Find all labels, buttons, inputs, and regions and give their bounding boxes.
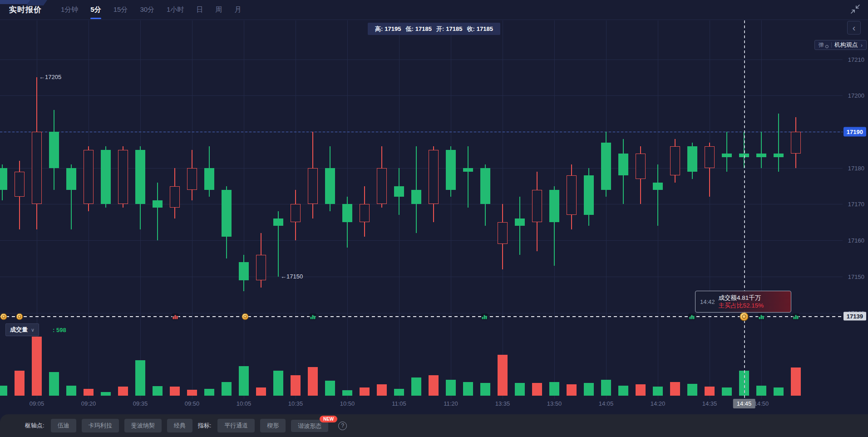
time-axis-label: 09:05	[30, 400, 44, 407]
institution-view-badge[interactable]: 弹 机构观点 ›	[814, 40, 867, 50]
insight-tag: 弹	[819, 41, 824, 49]
low-marker-axis-badge: 17139	[843, 312, 866, 321]
price-axis-label: 17150	[848, 273, 864, 280]
ohlc-summary-bar: 高: 17195 低: 17185 开: 17185 收: 17185	[368, 23, 500, 35]
chart-area[interactable]: ←17205←17150 172101720017190171801717017…	[0, 0, 868, 437]
timeframe-tab[interactable]: 1分钟	[61, 4, 78, 16]
chevron-left-icon: ‹	[853, 23, 856, 33]
high-value: 17195	[385, 25, 401, 32]
timeframe-tab[interactable]: 1小时	[167, 4, 184, 16]
volume-value: : 598	[53, 327, 66, 333]
volume-indicator-dropdown[interactable]: 成交量 ∨	[5, 323, 39, 336]
tooltip-body: 成交额4.81千万 主买占比52.15%	[719, 294, 764, 309]
time-axis-label: 10:35	[288, 400, 303, 407]
time-axis-label: 14:05	[599, 400, 614, 407]
page-title: 实时报价	[9, 5, 42, 15]
open-label: 开:	[436, 25, 444, 33]
price-axis-label: 17170	[848, 201, 864, 208]
chevron-right-icon: ›	[861, 42, 863, 49]
chevron-down-icon: ∨	[31, 327, 35, 333]
time-axis-label: 14:50	[754, 400, 769, 407]
time-axis-label: 11:20	[444, 400, 458, 407]
time-axis-label: 09:50	[185, 400, 200, 407]
indicator-button-parallel-channel[interactable]: 平行通道	[217, 419, 255, 432]
pivot-button-camarilla[interactable]: 卡玛利拉	[82, 419, 119, 432]
axis-layer: 1721017200171901718017170171601715017140…	[0, 0, 868, 437]
close-label: 收:	[467, 25, 475, 33]
bottom-toolbar: 枢轴点: 伍迪 卡玛利拉 斐波纳契 经典 指标: 平行通道 楔形 谐波形态 NE…	[0, 414, 868, 437]
help-icon[interactable]: ?	[338, 422, 347, 430]
high-label: 高:	[375, 25, 383, 33]
panel-collapse-button[interactable]: ‹	[847, 21, 861, 35]
pivot-button-woodie[interactable]: 伍迪	[51, 419, 76, 432]
timeframe-tab[interactable]: 15分	[113, 4, 128, 16]
indicator-button-harmonic-wrap: 谐波形态 NEW	[291, 422, 328, 430]
collapse-fullscreen-button[interactable]	[850, 4, 861, 15]
chart-header: 实时报价 1分钟5分15分30分1小时日周月	[0, 0, 868, 20]
time-axis-label: 10:50	[340, 400, 355, 407]
time-axis-label: 13:35	[495, 400, 510, 407]
volume-tooltip: 14:42 成交额4.81千万 主买占比52.15%	[695, 291, 791, 313]
time-axis-label: 09:20	[81, 400, 96, 407]
price-axis-label: 17180	[848, 164, 864, 171]
volume-indicator-label: 成交量	[10, 326, 28, 334]
pivot-section-label: 枢轴点:	[25, 422, 44, 430]
indicator-button-wedge[interactable]: 楔形	[260, 419, 286, 432]
price-axis-label: 17200	[848, 92, 864, 99]
time-axis-label: 13:50	[547, 400, 562, 407]
insight-label: 机构观点	[834, 41, 858, 49]
open-value: 17185	[446, 25, 462, 32]
tooltip-turnover: 成交额4.81千万	[719, 294, 764, 302]
price-axis-label: 17210	[848, 56, 864, 63]
collapse-arrows-icon	[850, 4, 861, 15]
timeframe-tab[interactable]: 周	[215, 4, 222, 16]
pivot-button-fibonacci[interactable]: 斐波纳契	[124, 419, 162, 432]
time-axis-label: 14:20	[651, 400, 666, 407]
low-value: 17185	[415, 25, 432, 32]
timeframe-tab[interactable]: 月	[234, 4, 241, 16]
volume-pane-header: 成交量 ∨ : 598	[5, 323, 66, 336]
price-axis-label: 17160	[848, 237, 864, 244]
timeframe-tabs: 1分钟5分15分30分1小时日周月	[61, 4, 241, 16]
time-axis-label: 11:05	[392, 400, 406, 407]
timeframe-tab[interactable]: 5分	[90, 4, 101, 16]
ring-icon	[825, 45, 829, 48]
tooltip-buy-ratio: 主买占比52.15%	[719, 302, 764, 309]
time-axis-label: 14:35	[702, 400, 717, 407]
crosshair-time-badge: 14:45	[733, 399, 755, 408]
divider	[831, 42, 832, 48]
time-axis-label: 09:35	[133, 400, 148, 407]
indicator-section-label: 指标:	[198, 422, 212, 430]
timeframe-tab[interactable]: 日	[196, 4, 203, 16]
low-label: 低:	[406, 25, 414, 33]
timeframe-tab[interactable]: 30分	[140, 4, 154, 16]
new-badge: NEW	[320, 416, 337, 422]
pivot-button-classic[interactable]: 经典	[167, 419, 192, 432]
tooltip-time: 14:42	[700, 298, 715, 305]
current-price-axis-badge: 17190	[843, 127, 866, 137]
close-value: 17185	[477, 25, 493, 32]
time-axis-label: 10:05	[237, 400, 252, 407]
